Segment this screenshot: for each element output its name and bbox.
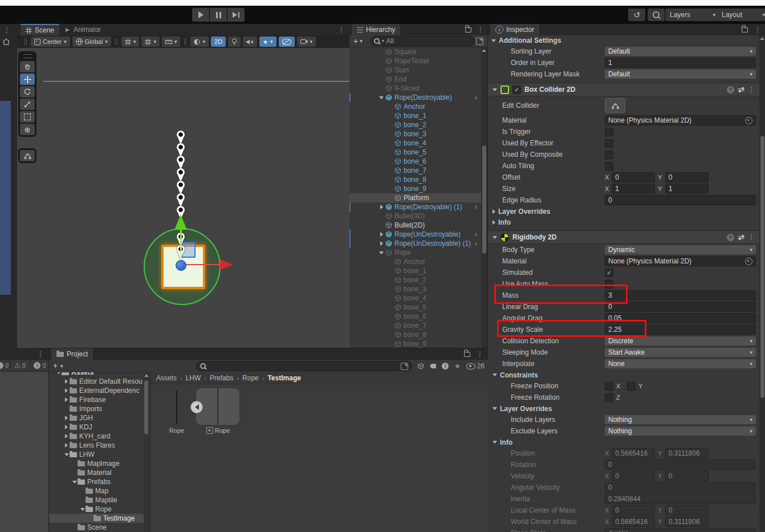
grid-visibility-dropdown[interactable]: ▾	[121, 36, 140, 47]
hierarchy-item-rope-undestroyable-1[interactable]: Rope(UnDestroyable) (1)›	[349, 239, 481, 248]
hierarchy-item-bullet-2d[interactable]: Bullet(2D)	[349, 221, 481, 230]
checkbox[interactable]	[605, 280, 613, 289]
project-tree-scrollbar[interactable]	[144, 372, 149, 532]
sprite-expand-badge[interactable]	[190, 401, 203, 413]
y-axis-handle[interactable]	[180, 229, 182, 265]
object-field[interactable]: None (Physics Material 2D)	[605, 115, 756, 125]
help-icon[interactable]: ?	[727, 86, 734, 94]
project-menu-icon[interactable]: ⋮	[477, 350, 483, 358]
collapse-icon[interactable]	[80, 508, 85, 511]
hierarchy-item-rope-undestroyable[interactable]: Rope(UnDestroyable)›	[349, 230, 481, 239]
orientation-dropdown[interactable]: Global▾	[72, 36, 111, 47]
component-menu-icon[interactable]: ⋮	[748, 86, 755, 94]
checkbox[interactable]	[605, 162, 613, 170]
checkbox[interactable]	[605, 382, 613, 391]
value-field[interactable]: 0.05	[605, 313, 756, 323]
collapse-icon[interactable]	[379, 96, 384, 99]
value-field[interactable]: 0	[665, 505, 709, 515]
value-field[interactable]: 0	[612, 172, 655, 182]
alert-filter-icon[interactable]: !	[442, 363, 449, 369]
hierarchy-item-anchor[interactable]: Anchor	[349, 102, 481, 111]
2d-toggle[interactable]: 2D	[211, 36, 226, 47]
edit-collider-button[interactable]	[605, 98, 625, 113]
checkbox[interactable]: ✓	[605, 269, 613, 277]
favorites-icon[interactable]: ★	[454, 362, 461, 370]
scene-menu-icon[interactable]: ⋮	[338, 26, 345, 34]
hierarchy-menu-icon[interactable]: ⋮	[477, 26, 484, 34]
chevron-down-icon[interactable]: ▾	[60, 363, 63, 369]
collapse-icon[interactable]	[64, 453, 69, 456]
edit-collider-tool-button[interactable]	[20, 150, 35, 161]
panel-menu-icon[interactable]: ⋮	[3, 26, 10, 34]
hand-tool-button[interactable]	[20, 61, 35, 72]
value-field[interactable]: 0.5665416	[612, 448, 655, 458]
popout-icon[interactable]	[476, 38, 483, 45]
value-field[interactable]: 0.3111806	[665, 517, 709, 527]
project-folder-jgh[interactable]: JGH	[49, 413, 145, 423]
scene-viewport[interactable]: ⊕	[17, 48, 349, 348]
scroll-up-icon[interactable]	[482, 49, 486, 52]
transform-tool-button[interactable]: ⊕	[20, 124, 35, 135]
layout-dropdown[interactable]: Layout▾	[717, 9, 765, 21]
foldout-info[interactable]: Info	[488, 437, 759, 448]
scale-tool-button[interactable]	[20, 99, 35, 110]
collapse-icon[interactable]	[493, 88, 497, 91]
add-asset-button[interactable]: +	[53, 361, 58, 370]
hierarchy-item-bone-3[interactable]: bone_3	[349, 129, 481, 139]
hierarchy-item-bone-4[interactable]: bone_4	[349, 139, 481, 148]
dropdown[interactable]: Discrete▾	[605, 336, 756, 346]
scrollbar-thumb[interactable]	[760, 136, 764, 398]
collapse-icon[interactable]	[379, 251, 384, 254]
x-axis-arrow-icon[interactable]	[220, 259, 233, 270]
object-field[interactable]: None (Physics Material 2D)	[605, 256, 756, 266]
draw-mode-dropdown[interactable]: ▾	[190, 36, 209, 47]
debug-icon[interactable]	[1, 36, 11, 47]
rope-sprite-thumbnail[interactable]	[196, 388, 239, 425]
collapse-icon[interactable]	[491, 39, 496, 42]
expand-icon[interactable]	[380, 232, 383, 237]
tab-project[interactable]: Project	[51, 348, 93, 360]
expand-icon[interactable]	[493, 209, 495, 214]
hierarchy-search-input[interactable]: ▾ All	[370, 36, 475, 46]
hierarchy-item-bone-6[interactable]: bone_6	[349, 312, 481, 321]
collapse-icon[interactable]	[493, 407, 497, 410]
hierarchy-item-bone-2[interactable]: bone_2	[349, 275, 481, 285]
expand-icon[interactable]	[65, 425, 68, 429]
hierarchy-item-rope-destroyable[interactable]: Rope(Destroyable)›	[349, 93, 481, 102]
collapse-icon[interactable]	[493, 236, 497, 239]
project-folder-rope[interactable]: Rope	[49, 505, 145, 514]
hierarchy-item-square[interactable]: Square	[349, 47, 481, 56]
hierarchy-item-end[interactable]: End	[349, 75, 481, 84]
breadcrumb-item-testimage[interactable]: TestImage	[267, 374, 300, 382]
prefab-open-chevron[interactable]: ›	[475, 232, 477, 237]
component-header-rigidbody-2d[interactable]: Rigidbody 2D?⋮	[488, 230, 759, 244]
camera-dropdown[interactable]: ▾	[297, 36, 316, 47]
value-field[interactable]: 0	[605, 302, 756, 312]
scrollbar-thumb[interactable]	[482, 145, 486, 254]
search-button[interactable]	[648, 9, 665, 21]
project-folder-firebase[interactable]: Firebase	[49, 395, 145, 404]
x-axis-handle[interactable]	[184, 264, 220, 265]
breadcrumb-item-lhw[interactable]: LHW	[186, 374, 201, 382]
expand-icon[interactable]	[65, 388, 68, 393]
label-filter-icon[interactable]	[430, 364, 436, 368]
lighting-toggle[interactable]	[228, 36, 241, 47]
checkbox[interactable]	[605, 393, 613, 402]
value-field[interactable]: 0.5665416	[612, 517, 655, 527]
collapse-icon[interactable]	[493, 373, 497, 376]
collapse-icon[interactable]	[56, 372, 61, 374]
project-folder-map[interactable]: Map	[49, 486, 145, 496]
value-field[interactable]: 0	[612, 505, 655, 515]
collapse-icon[interactable]	[72, 481, 77, 484]
hierarchy-item-ropetester[interactable]: RopeTester	[349, 56, 481, 66]
prefab-open-chevron[interactable]: ›	[475, 241, 477, 246]
dropdown[interactable]: Default▾	[605, 47, 756, 56]
breadcrumb-item-assets[interactable]: Assets	[156, 374, 177, 382]
chevron-down-icon[interactable]: ▾	[360, 38, 363, 44]
step-button[interactable]	[227, 8, 245, 22]
project-folder-lens-flares[interactable]: Lens Flares	[49, 441, 145, 450]
checkbox[interactable]	[605, 151, 613, 159]
preset-icon[interactable]	[738, 236, 744, 239]
foldout-additional-settings[interactable]: Additional Settings	[488, 35, 759, 46]
checkbox[interactable]	[627, 382, 636, 391]
